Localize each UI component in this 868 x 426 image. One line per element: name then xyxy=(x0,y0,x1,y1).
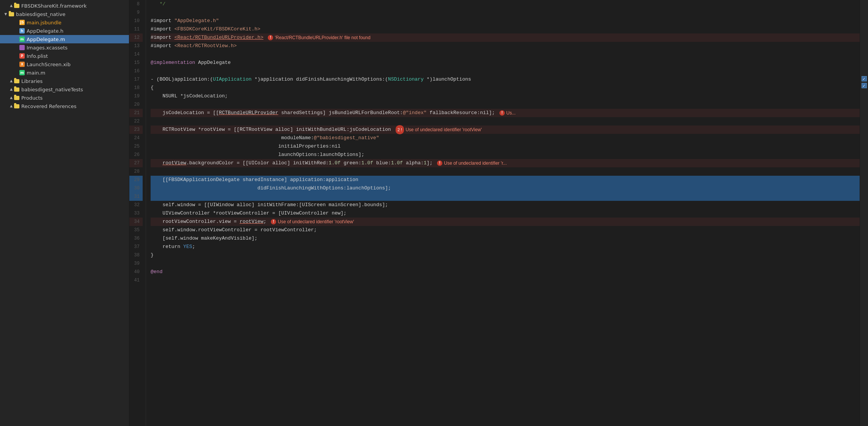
ln-23: 23 xyxy=(129,126,143,134)
code-line-24: moduleName:@"babiesdigest_native" xyxy=(151,134,860,142)
token-underline: RCTBundleURLProvider xyxy=(219,109,278,117)
sidebar-item-fbsdksharekit[interactable]: ▶ FBSDKShareKit.framework xyxy=(0,2,129,10)
token: launchOptions:launchOptions]; xyxy=(151,151,364,159)
code-line-8: */ xyxy=(151,0,860,8)
sidebar-label-main-m: main.m xyxy=(27,70,45,76)
folder-icon xyxy=(14,3,20,9)
sidebar-item-nativetests[interactable]: ▶ babiesdigest_nativeTests xyxy=(0,85,129,94)
sidebar-item-recovered-refs[interactable]: ▶ Recovered References xyxy=(0,102,129,110)
ln-38: 38 xyxy=(129,251,143,259)
sidebar-item-appdelegate-h[interactable]: ▶ h AppDelegate.h xyxy=(0,27,129,35)
sidebar-item-babiesdigest[interactable]: ▼ babiesdigest_native xyxy=(0,10,129,18)
token: 1.0f xyxy=(391,159,403,167)
collapse-arrow: ▶ xyxy=(8,87,14,92)
sidebar-label-images-xcassets: Images.xcassets xyxy=(27,45,68,51)
ln-31: 31 xyxy=(129,192,143,201)
error-message-21: Us... xyxy=(506,109,516,117)
code-line-23: RCTRootView *rootView = [[RCTRootView al… xyxy=(151,126,860,134)
token: [self.window makeKeyAndVisible]; xyxy=(151,234,258,243)
code-line-30: didFinishLaunchingWithOptions:launchOpti… xyxy=(151,184,860,192)
sidebar-label-launchscreen-xib: LaunchScreen.xib xyxy=(27,62,70,67)
folder-icon-products xyxy=(14,95,20,101)
ln-17: 17 xyxy=(129,75,143,84)
js-icon: JS xyxy=(19,19,25,25)
collapse-arrow: ▶ xyxy=(8,95,14,100)
token: UIApplication xyxy=(213,75,251,84)
ln-35: 35 xyxy=(129,226,143,234)
code-line-38: } xyxy=(151,251,860,259)
code-line-37: return YES; xyxy=(151,243,860,251)
token: didFinishLaunchingWithOptions:launchOpti… xyxy=(151,184,391,192)
token: } xyxy=(151,251,154,259)
token: self.window = [[UIWindow alloc] initWith… xyxy=(151,201,388,209)
sidebar-item-launchscreen-xib[interactable]: ▶ X LaunchScreen.xib xyxy=(0,60,129,68)
ln-20: 20 xyxy=(129,100,143,109)
token: [[FBSDKApplicationDelegate sharedInstanc… xyxy=(151,176,358,184)
code-area: 8 9 10 11 12 13 14 15 16 17 18 19 20 21 … xyxy=(129,0,860,426)
code-line-22 xyxy=(151,117,860,126)
sidebar-item-appdelegate-m[interactable]: ▶ m AppDelegate.m xyxy=(0,35,129,43)
code-content[interactable]: */ #import "AppDelegate.h" #import <FBSD… xyxy=(146,0,860,426)
checkbox-1[interactable]: ✓ xyxy=(862,76,867,81)
sidebar-item-main-m[interactable]: ▶ m main.m xyxy=(0,68,129,77)
code-line-35: self.window.rootViewController = rootVie… xyxy=(151,226,860,234)
ln-14: 14 xyxy=(129,50,143,59)
token: @end xyxy=(151,268,162,276)
token: #import xyxy=(151,25,174,33)
sidebar-label-appdelegate-m: AppDelegate.m xyxy=(27,37,65,42)
ln-41: 41 xyxy=(129,276,143,285)
m-icon: m xyxy=(19,36,25,42)
token: blue: xyxy=(373,159,391,167)
error-badge-line34: ! Use of undeclared identifier 'rootView… xyxy=(271,218,354,226)
code-line-26: launchOptions:launchOptions]; xyxy=(151,151,860,159)
folder-icon-nativetests xyxy=(14,86,20,92)
sidebar-label-info-plist: Info.plist xyxy=(27,53,48,59)
error-icon: ! xyxy=(271,219,276,224)
ln-21: 21 xyxy=(129,109,143,117)
sidebar-item-main-jsbundle[interactable]: ▶ JS main.jsbundle xyxy=(0,18,129,27)
token: NSURL *jsCodeLocation; xyxy=(151,92,228,100)
code-line-9 xyxy=(151,8,860,17)
token: initialProperties:nil xyxy=(151,142,340,151)
ln-37: 37 xyxy=(129,243,143,251)
code-line-33: UIViewController *rootViewController = [… xyxy=(151,209,860,218)
code-line-34: rootViewController.view = rootView; ! Us… xyxy=(151,218,860,226)
sidebar-item-images-xcassets[interactable]: ▶ Images.xcassets xyxy=(0,43,129,52)
ln-15: 15 xyxy=(129,59,143,67)
token: */ xyxy=(151,0,165,8)
ln-34: 34 xyxy=(129,218,143,226)
code-line-21: jsCodeLocation = [[RCTBundleURLProvider … xyxy=(151,109,860,117)
ln-9: 9 xyxy=(129,8,143,17)
ln-36: 36 xyxy=(129,234,143,243)
line-numbers: 8 9 10 11 12 13 14 15 16 17 18 19 20 21 … xyxy=(129,0,146,426)
ln-27: 27 xyxy=(129,159,143,167)
token: - (BOOL)application:( xyxy=(151,75,213,84)
sidebar-item-info-plist[interactable]: ▶ P Info.plist xyxy=(0,52,129,60)
ln-33: 33 xyxy=(129,209,143,218)
code-line-19: NSURL *jsCodeLocation; xyxy=(151,92,860,100)
token: YES xyxy=(183,243,192,251)
sidebar: ▶ FBSDKShareKit.framework ▼ babiesdigest… xyxy=(0,0,129,426)
ln-24: 24 xyxy=(129,134,143,142)
sidebar-label-main-jsbundle: main.jsbundle xyxy=(27,20,62,25)
collapse-arrow: ▼ xyxy=(3,11,8,17)
token: 1.0f xyxy=(361,159,373,167)
token: "AppDelegate.h" xyxy=(174,17,219,25)
sidebar-item-products[interactable]: ▶ Products xyxy=(0,94,129,102)
checkbox-2[interactable]: ✓ xyxy=(862,83,867,88)
code-line-27: rootView.backgroundColor = [[UIColor all… xyxy=(151,159,860,167)
folder-icon-recovered xyxy=(14,103,20,109)
code-line-32: self.window = [[UIWindow alloc] initWith… xyxy=(151,201,860,209)
code-line-41 xyxy=(151,276,860,285)
ln-29: 29 xyxy=(129,176,143,184)
token: 1 xyxy=(424,159,427,167)
ln-25: 25 xyxy=(129,142,143,151)
sidebar-item-libraries[interactable]: ▶ Libraries xyxy=(0,77,129,85)
error-icon: ! xyxy=(437,161,442,166)
collapse-arrow: ▶ xyxy=(8,103,14,109)
ln-19: 19 xyxy=(129,92,143,100)
sidebar-label-babiesdigest: babiesdigest_native xyxy=(16,11,65,17)
sidebar-label-appdelegate-h: AppDelegate.h xyxy=(27,28,64,34)
folder-icon-libraries xyxy=(14,78,20,84)
ln-8: 8 xyxy=(129,0,143,8)
